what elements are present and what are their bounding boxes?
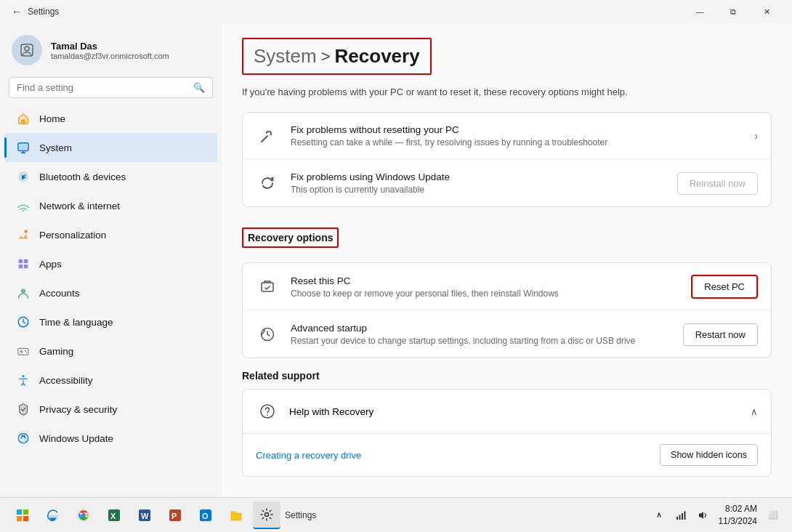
edge-taskbar-icon[interactable] — [39, 501, 67, 529]
chrome-taskbar-icon[interactable] — [70, 501, 97, 529]
sidebar-item-label: Apps — [39, 259, 62, 270]
search-box: 🔍 — [9, 77, 213, 98]
sidebar-item-label: Accessibility — [39, 375, 93, 386]
settings-taskbar-icon[interactable] — [253, 501, 280, 529]
titlebar-left: ← Settings — [12, 6, 59, 17]
svg-point-18 — [22, 375, 25, 378]
accessibility-icon — [16, 373, 31, 387]
sidebar-item-personalization[interactable]: Personalization — [4, 220, 217, 249]
restart-now-button[interactable]: Restart now — [683, 323, 758, 346]
fix-update-title: Fix problems using Windows Update — [291, 172, 666, 182]
back-icon[interactable]: ← — [12, 6, 22, 17]
related-support-label: Related support — [242, 370, 772, 382]
sidebar-nav: Home System — [0, 104, 222, 453]
sidebar-item-label: Gaming — [39, 346, 73, 357]
svg-rect-40 — [679, 515, 680, 520]
close-button[interactable]: ✕ — [750, 0, 783, 23]
excel-taskbar-icon[interactable]: X — [100, 501, 128, 529]
svg-rect-39 — [676, 517, 678, 520]
sidebar: Tamal Das tamaldas@zf3vr.onmicrosoft.com… — [0, 23, 222, 497]
accounts-icon — [16, 286, 31, 300]
taskbar: X W P O — [0, 497, 792, 532]
reinstall-now-button[interactable]: Reinstall now — [677, 172, 758, 195]
titlebar: ← Settings — ⧉ ✕ — [0, 0, 792, 23]
maximize-button[interactable]: ⧉ — [716, 0, 750, 23]
sidebar-item-time[interactable]: Time & language — [4, 307, 217, 336]
system-clock[interactable]: 8:02 AM 11/3/2024 — [719, 503, 757, 528]
outlook-taskbar-icon[interactable]: O — [192, 501, 219, 529]
svg-text:O: O — [202, 512, 209, 520]
show-hidden-icons-button[interactable]: Show hidden icons — [660, 444, 758, 466]
sidebar-item-system[interactable]: System — [4, 133, 217, 162]
breadcrumb: System > Recovery — [242, 38, 432, 75]
reset-pc-button[interactable]: Reset PC — [691, 275, 758, 299]
help-title: Help with Recovery — [289, 406, 740, 417]
explorer-taskbar-icon[interactable] — [222, 501, 250, 529]
advanced-startup-item: Advanced startup Restart your device to … — [243, 311, 771, 358]
svg-point-22 — [261, 405, 274, 418]
recovery-options-label: Recovery options — [242, 227, 339, 248]
svg-rect-25 — [23, 509, 28, 515]
sidebar-item-accounts[interactable]: Accounts — [4, 278, 217, 307]
app-title: Settings — [28, 7, 59, 17]
svg-point-23 — [267, 414, 268, 416]
svg-rect-20 — [262, 283, 273, 291]
fix-troubleshoot-desc: Resetting can take a while — first, try … — [291, 137, 743, 148]
settings-taskbar-label: Settings — [285, 510, 316, 520]
search-icon: 🔍 — [193, 82, 205, 93]
help-header[interactable]: Help with Recovery ∧ — [243, 390, 771, 434]
network-tray-icon[interactable] — [671, 505, 691, 525]
minimize-button[interactable]: — — [683, 0, 716, 23]
fix-troubleshoot-item[interactable]: Fix problems without resetting your PC R… — [243, 113, 771, 160]
svg-marker-43 — [699, 512, 703, 519]
gaming-icon — [16, 344, 31, 358]
sidebar-item-network[interactable]: Network & internet — [4, 191, 217, 220]
svg-point-19 — [18, 433, 28, 443]
svg-text:P: P — [171, 512, 177, 520]
sidebar-item-label: Network & internet — [39, 201, 120, 211]
start-button[interactable] — [9, 501, 36, 529]
chevron-up-icon: ∧ — [751, 406, 758, 417]
sidebar-item-gaming[interactable]: Gaming — [4, 336, 217, 366]
bluetooth-icon — [16, 169, 31, 184]
user-info: Tamal Das tamaldas@zf3vr.onmicrosoft.com — [51, 41, 169, 60]
chevron-right-icon: › — [754, 130, 758, 142]
recovery-drive-link[interactable]: Creating a recovery drive — [256, 450, 361, 461]
help-icon — [256, 400, 279, 423]
svg-rect-10 — [24, 265, 28, 268]
svg-point-11 — [21, 289, 25, 293]
system-icon — [16, 140, 31, 155]
powerpoint-taskbar-icon[interactable]: P — [161, 501, 189, 529]
refresh-icon — [256, 172, 279, 195]
volume-tray-icon[interactable] — [692, 505, 713, 525]
fix-update-text: Fix problems using Windows Update This o… — [291, 172, 666, 195]
sidebar-item-update[interactable]: Windows Update — [4, 424, 217, 453]
advanced-startup-text: Advanced startup Restart your device to … — [291, 323, 671, 346]
notification-icon[interactable]: ⬜ — [763, 505, 783, 525]
sidebar-item-label: Personalization — [39, 230, 106, 241]
sidebar-item-label: Bluetooth & devices — [39, 172, 126, 182]
sidebar-item-privacy[interactable]: Privacy & security — [4, 395, 217, 424]
reset-pc-desc: Choose to keep or remove your personal f… — [291, 289, 679, 299]
search-input[interactable] — [17, 82, 187, 93]
svg-point-5 — [23, 210, 24, 211]
breadcrumb-parent[interactable]: System — [254, 45, 317, 68]
user-profile[interactable]: Tamal Das tamaldas@zf3vr.onmicrosoft.com — [0, 23, 222, 74]
sidebar-item-accessibility[interactable]: Accessibility — [4, 366, 217, 395]
avatar — [12, 35, 42, 65]
chevron-tray-icon[interactable]: ∧ — [649, 505, 669, 525]
sidebar-item-home[interactable]: Home — [4, 104, 217, 133]
titlebar-controls: — ⧉ ✕ — [683, 0, 783, 23]
sidebar-item-apps[interactable]: Apps — [4, 249, 217, 278]
svg-point-17 — [26, 352, 28, 353]
sidebar-item-label: Privacy & security — [39, 404, 117, 415]
svg-rect-41 — [682, 513, 683, 520]
reset-pc-text: Reset this PC Choose to keep or remove y… — [291, 275, 679, 299]
fix-update-desc: This option is currently unavailable — [291, 185, 666, 195]
sidebar-item-label: System — [39, 142, 72, 153]
sidebar-item-bluetooth[interactable]: Bluetooth & devices — [4, 162, 217, 191]
breadcrumb-current: Recovery — [335, 45, 420, 68]
svg-rect-24 — [17, 509, 22, 515]
word-taskbar-icon[interactable]: W — [131, 501, 158, 529]
fix-troubleshoot-title: Fix problems without resetting your PC — [291, 124, 743, 135]
